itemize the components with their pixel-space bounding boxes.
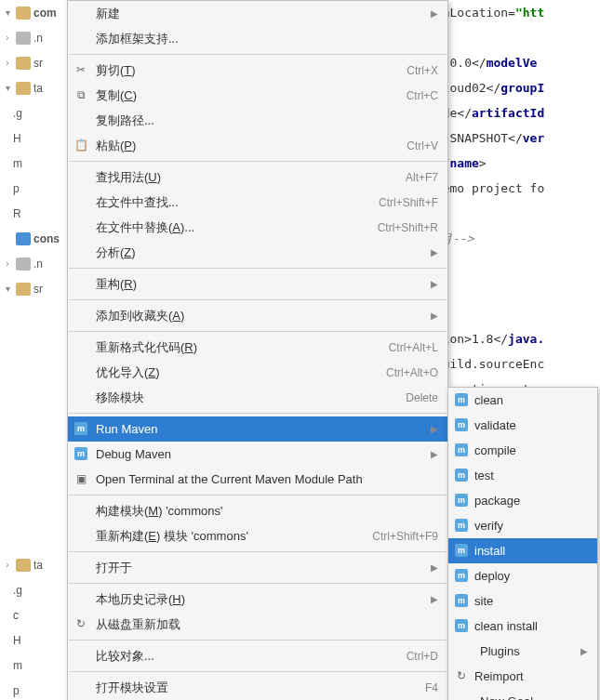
context-menu-item[interactable]: 添加到收藏夹(A)▶ (68, 303, 447, 328)
context-menu-item[interactable]: 构建模块(M) 'commons' (68, 498, 447, 523)
context-menu-item[interactable]: ✂剪切(T)Ctrl+X (68, 58, 447, 83)
tree-row[interactable] (0, 326, 65, 351)
tree-row[interactable]: p (0, 678, 65, 700)
tree-row[interactable] (0, 402, 65, 427)
submenu-arrow-icon: ▶ (431, 424, 438, 434)
tree-row[interactable] (0, 502, 65, 527)
menu-label: 从磁盘重新加载 (96, 616, 438, 633)
shortcut-label: Ctrl+Shift+R (378, 221, 438, 234)
maven-icon: m (455, 469, 468, 482)
context-menu-item[interactable]: 打开于▶ (68, 555, 447, 580)
context-menu-item[interactable]: mRun Maven▶ (68, 416, 447, 442)
context-menu-item[interactable]: 重新格式化代码(R)Ctrl+Alt+L (68, 335, 447, 360)
context-menu-item[interactable]: 复制路径... (68, 108, 447, 133)
maven-submenu-item[interactable]: mvalidate (448, 413, 597, 438)
menu-label: 重构(R) (96, 276, 425, 293)
tree-row[interactable]: m (0, 653, 65, 678)
context-menu-item[interactable]: mDebug Maven▶ (68, 442, 447, 467)
tree-row[interactable]: c (0, 602, 65, 627)
maven-submenu-item[interactable]: msite (448, 588, 597, 614)
tree-label: m (13, 157, 22, 170)
maven-submenu-item[interactable]: mcompile (448, 438, 597, 463)
maven-submenu-item[interactable]: mclean install (448, 614, 597, 639)
context-menu-item[interactable]: 📋粘贴(P)Ctrl+V (68, 133, 447, 158)
maven-icon: m (454, 568, 469, 583)
maven-submenu-item[interactable]: minstall (448, 538, 597, 563)
maven-submenu-item[interactable]: ↻Reimport (448, 664, 597, 689)
context-menu-item[interactable]: 本地历史记录(H)▶ (68, 587, 447, 612)
tree-row[interactable] (0, 427, 65, 452)
menu-label: Open Terminal at the Current Maven Modul… (96, 472, 438, 486)
menu-icon: 📋 (73, 138, 88, 152)
tree-row[interactable] (0, 351, 65, 376)
maven-submenu-item[interactable]: mverify (448, 513, 597, 538)
tree-row[interactable]: .g (0, 577, 65, 602)
context-menu-item[interactable]: 比较对象...Ctrl+D (68, 643, 447, 668)
context-menu-item[interactable]: 在文件中查找...Ctrl+Shift+F (68, 190, 447, 215)
project-tree[interactable]: ▾com›.n›sr▾ta.gHmpRcons›.n▾sr›ta.gcHmp (0, 0, 65, 700)
tree-row[interactable]: ▾com (0, 0, 65, 25)
maven-submenu-item[interactable]: New Goal... (448, 689, 597, 700)
tree-label: m (13, 659, 22, 672)
shortcut-label: Ctrl+Shift+F (379, 196, 438, 209)
maven-icon: m (455, 393, 468, 406)
tree-row[interactable]: ›.n (0, 25, 65, 50)
tree-row[interactable] (0, 376, 65, 402)
maven-submenu-item[interactable]: Plugins▶ (448, 639, 597, 664)
tree-row[interactable] (0, 452, 65, 477)
expand-arrow-icon: › (2, 33, 13, 43)
tree-row[interactable]: m (0, 151, 65, 176)
context-menu[interactable]: 新建▶添加框架支持...✂剪切(T)Ctrl+X⧉复制(C)Ctrl+C复制路径… (67, 0, 448, 700)
context-menu-item[interactable]: 新建▶ (68, 1, 447, 26)
context-menu-item[interactable]: ⧉复制(C)Ctrl+C (68, 83, 447, 108)
tree-label: c (13, 609, 19, 622)
menu-label: Run Maven (96, 422, 425, 436)
context-menu-item[interactable]: 分析(Z)▶ (68, 240, 447, 265)
tree-row[interactable]: R (0, 201, 65, 226)
maven-submenu-item[interactable]: mclean (448, 388, 597, 413)
maven-icon: m (454, 593, 469, 608)
maven-submenu-item[interactable]: mpackage (448, 488, 597, 513)
context-menu-item[interactable]: ▣Open Terminal at the Current Maven Modu… (68, 467, 447, 492)
tree-row[interactable] (0, 301, 65, 326)
maven-icon: m (455, 494, 468, 507)
maven-submenu-item[interactable]: mtest (448, 463, 597, 488)
folder-icon (16, 82, 31, 95)
folder-icon (16, 258, 31, 271)
menu-label: 本地历史记录(H) (96, 591, 425, 608)
tree-row[interactable]: p (0, 176, 65, 201)
tree-label: cons (33, 232, 60, 245)
maven-icon: m (454, 417, 469, 432)
separator (69, 331, 447, 332)
submenu-arrow-icon: ▶ (431, 562, 438, 573)
tree-row[interactable]: H (0, 627, 65, 653)
tree-row[interactable]: .g (0, 100, 65, 125)
tree-row[interactable]: ›.n (0, 251, 65, 276)
submenu-arrow-icon: ▶ (431, 310, 438, 321)
menu-label: 添加到收藏夹(A) (96, 308, 425, 324)
context-menu-item[interactable]: 优化导入(Z)Ctrl+Alt+O (68, 360, 447, 385)
maven-submenu-item[interactable]: mdeploy (448, 563, 597, 588)
tree-label: .n (33, 258, 43, 271)
folder-icon (16, 7, 31, 20)
tree-row[interactable]: ▾ta (0, 75, 65, 100)
menu-label: Plugins (480, 644, 575, 658)
tree-row[interactable]: ▾sr (0, 276, 65, 301)
context-menu-item[interactable]: 重新构建(E) 模块 'commons'Ctrl+Shift+F9 (68, 523, 447, 548)
context-menu-item[interactable]: 在文件中替换(A)...Ctrl+Shift+R (68, 215, 447, 240)
tree-row[interactable] (0, 527, 65, 552)
run-maven-submenu[interactable]: mcleanmvalidatemcompilemtestmpackagemver… (447, 387, 598, 700)
tree-row[interactable] (0, 477, 65, 502)
context-menu-item[interactable]: 查找用法(U)Alt+F7 (68, 165, 447, 190)
context-menu-item[interactable]: 移除模块Delete (68, 385, 447, 410)
context-menu-item[interactable]: 添加框架支持... (68, 26, 447, 51)
tree-row[interactable]: ›sr (0, 50, 65, 75)
context-menu-item[interactable]: 打开模块设置F4 (68, 675, 447, 700)
tree-row[interactable]: ›ta (0, 552, 65, 577)
tree-row[interactable]: H (0, 125, 65, 151)
maven-icon: m (454, 468, 469, 482)
context-menu-item[interactable]: ↻从磁盘重新加载 (68, 612, 447, 637)
context-menu-item[interactable]: 重构(R)▶ (68, 271, 447, 297)
tree-row[interactable]: cons (0, 226, 65, 251)
menu-label: 新建 (96, 6, 425, 22)
